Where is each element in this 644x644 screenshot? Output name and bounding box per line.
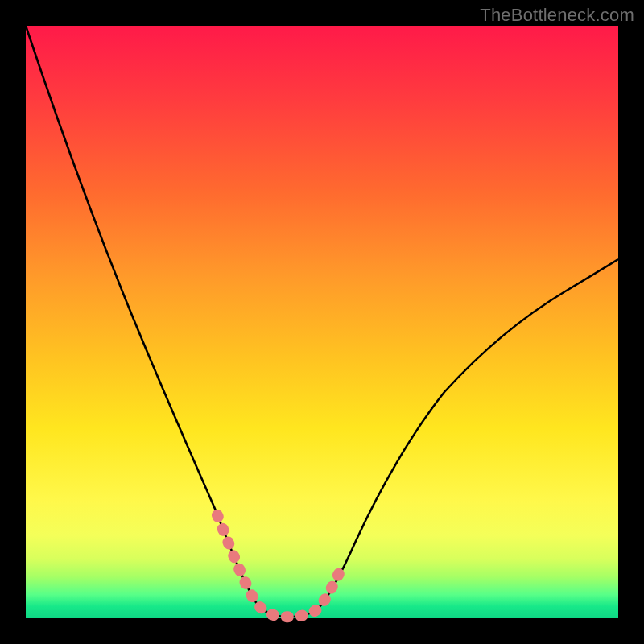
bottleneck-curve xyxy=(26,26,618,617)
chart-frame: TheBottleneck.com xyxy=(0,0,644,644)
watermark-text: TheBottleneck.com xyxy=(480,5,634,26)
curve-svg xyxy=(26,26,618,618)
chart-plot-area xyxy=(26,26,618,618)
bottleneck-curve-highlight xyxy=(217,515,344,617)
